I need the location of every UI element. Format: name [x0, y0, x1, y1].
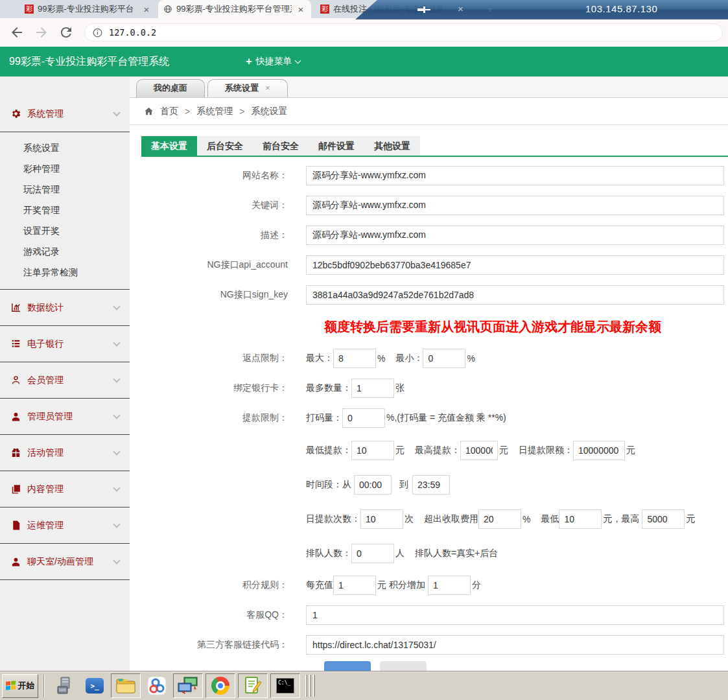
- chrome-icon[interactable]: [205, 673, 235, 698]
- taskbar-grip[interactable]: [305, 675, 315, 697]
- unit-label: %: [377, 353, 385, 364]
- bank-card-qty-input[interactable]: [351, 379, 394, 398]
- max-withdraw-label: 最高提款：: [415, 445, 460, 456]
- reload-icon[interactable]: [58, 25, 74, 40]
- points-add-input[interactable]: [428, 576, 471, 595]
- forward-icon[interactable]: [34, 25, 49, 40]
- sidebar-group-chatroom[interactable]: 聊天室/动画管理: [0, 544, 130, 580]
- ng-api-account-input[interactable]: [306, 255, 724, 275]
- gift-icon: [10, 447, 21, 458]
- pin-icon[interactable]: [417, 5, 431, 15]
- tab-basic-settings[interactable]: 基本设置: [141, 136, 197, 156]
- rdp-connection-bar[interactable]: × 103.145.87.130: [355, 0, 728, 19]
- app-title: 99彩票-专业投注购彩平台管理系统: [9, 55, 169, 69]
- sidebar-item-set-draw[interactable]: 设置开奖: [0, 220, 130, 241]
- workspace-tab-label: 我的桌面: [154, 83, 187, 93]
- workspace-tab-label: 系统设置: [225, 83, 259, 93]
- breadcrumb-home[interactable]: 首页: [160, 106, 178, 117]
- form-row-queue: 排队人数： 人 排队人数=真实+后台: [130, 536, 728, 570]
- fee-input[interactable]: [478, 509, 521, 529]
- file-explorer-icon[interactable]: [111, 673, 141, 698]
- chevron-down-icon: [295, 57, 301, 64]
- rebate-min-label: 最小：: [395, 353, 423, 364]
- tab-backend-security[interactable]: 后台安全: [197, 136, 253, 156]
- url-text[interactable]: 127.0.0.2: [109, 27, 156, 38]
- rebate-min-input[interactable]: [423, 349, 465, 368]
- field-label: 客服QQ：: [130, 609, 306, 621]
- tab-other-settings[interactable]: 其他设置: [364, 136, 420, 156]
- chart-icon: [10, 302, 21, 313]
- server-manager-icon[interactable]: [54, 675, 76, 697]
- sidebar-item-lottery-manage[interactable]: 彩种管理: [0, 158, 130, 179]
- tab-frontend-security[interactable]: 前台安全: [253, 136, 309, 156]
- third-party-link-input[interactable]: [306, 635, 724, 655]
- sidebar-group-ebank[interactable]: 电子银行: [0, 326, 130, 362]
- browser-tab-title: 99彩票-专业投注购彩平台: [38, 3, 137, 15]
- home-icon[interactable]: [144, 106, 154, 116]
- close-icon[interactable]: ×: [265, 83, 270, 93]
- sidebar-item-play-manage[interactable]: 玩法管理: [0, 179, 130, 200]
- sidebar-item-draw-manage[interactable]: 开奖管理: [0, 200, 130, 220]
- sidebar-item-game-record[interactable]: 游戏记录: [0, 241, 130, 262]
- address-bar[interactable]: 127.0.0.2: [84, 23, 723, 41]
- cmd-icon[interactable]: C:\_: [270, 673, 300, 698]
- site-name-input[interactable]: [306, 166, 724, 185]
- new-tab-button[interactable]: +: [484, 3, 497, 16]
- form-row-withdraw-limit: 提款限制： 打码量： %,(打码量 = 充值金额 乘 **%): [130, 403, 728, 433]
- sidebar-group-content[interactable]: 内容管理: [0, 471, 130, 508]
- browser-tab-2-active[interactable]: 99彩票-专业投注购彩平台管理系 ×: [158, 0, 311, 18]
- workspace-tab-desktop[interactable]: 我的桌面: [136, 79, 205, 97]
- form-row-daily-times: 日提款次数： 次 超出收取费用 % 最低 元，最高 元: [130, 502, 728, 536]
- points-per-label: 每充值: [306, 579, 333, 591]
- app-header: 99彩票-专业投注购彩平台管理系统 + 快捷菜单: [0, 47, 728, 76]
- close-icon[interactable]: ×: [296, 4, 306, 15]
- ng-sign-key-input[interactable]: [306, 285, 724, 305]
- start-button[interactable]: 开始: [2, 674, 38, 698]
- sidebar-group-statistics[interactable]: 数据统计: [0, 290, 130, 326]
- rebate-max-input[interactable]: [333, 349, 376, 368]
- dama-input[interactable]: [342, 408, 385, 428]
- tab-mail-settings[interactable]: 邮件设置: [309, 136, 364, 156]
- daily-limit-input[interactable]: [573, 441, 625, 460]
- keywords-input[interactable]: [306, 196, 724, 215]
- description-input[interactable]: [306, 226, 724, 245]
- workspace-tab-system-settings[interactable]: 系统设置×: [207, 79, 288, 97]
- back-icon[interactable]: [9, 25, 25, 40]
- time-from-input[interactable]: [354, 475, 392, 495]
- queue-input[interactable]: [351, 544, 394, 563]
- chevron-down-icon: [113, 303, 120, 310]
- info-icon[interactable]: [93, 28, 102, 38]
- service-qq-input[interactable]: [306, 605, 724, 625]
- min-withdraw-input[interactable]: [351, 441, 394, 460]
- max-withdraw-input[interactable]: [460, 441, 498, 460]
- fee-min-input[interactable]: [559, 509, 602, 529]
- form-row-keywords: 关键词：: [130, 191, 728, 220]
- daily-times-input[interactable]: [360, 509, 403, 529]
- admin-icon: [10, 411, 21, 422]
- dama-label: 打码量：: [306, 412, 342, 424]
- points-per-input[interactable]: [333, 576, 376, 595]
- browser-tab-1[interactable]: 彩 99彩票-专业投注购彩平台 ×: [19, 0, 157, 18]
- sidebar-group-label: 运维管理: [27, 520, 114, 531]
- fee-max-input[interactable]: [642, 509, 685, 529]
- rings-app-icon[interactable]: [146, 675, 168, 697]
- sidebar-item-system-settings[interactable]: 系统设置: [0, 137, 130, 158]
- time-to-input[interactable]: [412, 475, 450, 495]
- lottery-favicon: 彩: [25, 5, 34, 14]
- sidebar-item-bet-anomaly[interactable]: 注单异常检测: [0, 262, 130, 283]
- close-icon[interactable]: ×: [458, 3, 464, 14]
- sidebar-group-admins[interactable]: 管理员管理: [0, 399, 130, 435]
- quick-menu-button[interactable]: + 快捷菜单: [246, 56, 300, 67]
- breadcrumb-separator: >: [239, 106, 244, 117]
- sidebar-group-ops[interactable]: 运维管理: [0, 508, 130, 544]
- breadcrumb-system-manage[interactable]: 系统管理: [196, 106, 233, 117]
- sidebar-group-members[interactable]: 会员管理: [0, 362, 130, 399]
- remote-desktop-icon[interactable]: [173, 673, 203, 698]
- form-row-qq: 客服QQ：: [130, 600, 728, 630]
- field-label: 第三方客服链接代码：: [130, 639, 306, 651]
- notepad-plus-icon[interactable]: [238, 673, 268, 698]
- powershell-icon[interactable]: >_: [84, 675, 106, 697]
- close-icon[interactable]: ×: [141, 4, 152, 15]
- sidebar-group-activities[interactable]: 活动管理: [0, 435, 130, 471]
- sidebar-group-system[interactable]: 系统管理: [0, 96, 130, 132]
